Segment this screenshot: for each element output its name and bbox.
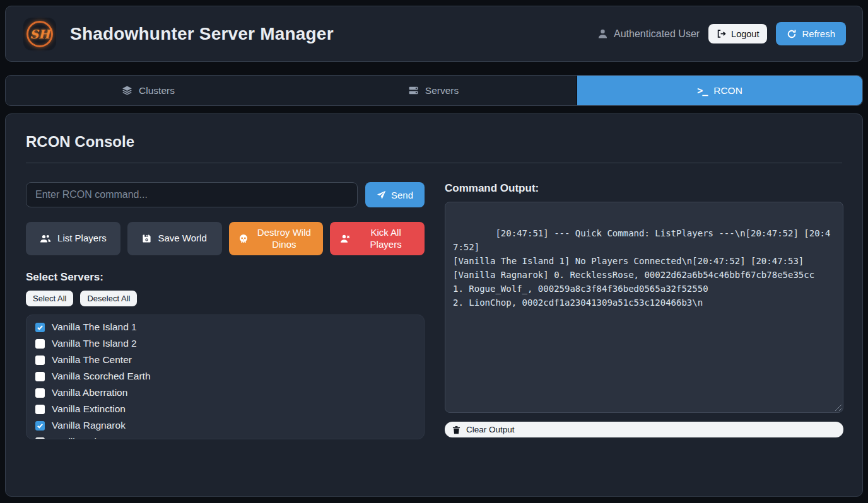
checkbox-unchecked[interactable]	[35, 356, 45, 365]
trash-icon	[452, 425, 460, 434]
refresh-button[interactable]: Refresh	[776, 22, 846, 45]
resize-handle[interactable]	[833, 403, 842, 411]
server-checkbox-item[interactable]: Vanilla Ragnarok	[35, 420, 415, 431]
logout-button[interactable]: Logout	[708, 24, 767, 43]
refresh-label: Refresh	[802, 28, 835, 39]
clear-output-label: Clear Output	[466, 425, 515, 434]
users-icon	[40, 234, 51, 244]
app-logo: SH	[23, 18, 56, 50]
server-name-label: Vanilla Aberration	[52, 387, 127, 398]
tab-clusters[interactable]: Clusters	[6, 76, 291, 105]
checkbox-checked[interactable]	[35, 323, 45, 332]
rcon-console-panel: RCON Console Send List Players Save Worl…	[5, 113, 863, 497]
layers-icon	[122, 85, 132, 96]
tab-rcon-label: RCON	[713, 85, 742, 96]
server-name-label: Vanilla Scorched Earth	[52, 371, 151, 382]
send-icon	[377, 190, 386, 200]
server-name-label: Vanilla The Island 2	[52, 338, 137, 349]
server-checkbox-item[interactable]: Vanilla Valguero	[35, 436, 415, 439]
console-output[interactable]: [20:47:51] --- Quick Command: ListPlayer…	[445, 202, 843, 413]
server-name-label: Vanilla The Center	[52, 354, 132, 366]
checkbox-checked[interactable]	[35, 421, 45, 431]
server-name-label: Vanilla Valguero	[52, 436, 122, 439]
check-icon	[37, 422, 44, 429]
rcon-console-title: RCON Console	[26, 133, 842, 151]
checkbox-unchecked[interactable]	[35, 405, 45, 414]
header-actions: Authenticated User Logout Refresh	[597, 22, 846, 45]
server-name-label: Vanilla Extinction	[52, 403, 126, 415]
refresh-icon	[787, 29, 797, 39]
logout-label: Logout	[731, 29, 759, 39]
server-checkbox-item[interactable]: Vanilla Aberration	[35, 387, 415, 398]
clear-output-button[interactable]: Clear Output	[445, 422, 843, 437]
terminal-icon: >_	[697, 85, 707, 96]
command-output-label: Command Output:	[445, 182, 843, 195]
user-info: Authenticated User	[597, 28, 700, 40]
server-checkbox-item[interactable]: Vanilla The Island 2	[35, 338, 415, 349]
tab-clusters-label: Clusters	[139, 85, 175, 96]
checkbox-unchecked[interactable]	[35, 388, 45, 398]
check-icon	[37, 324, 44, 331]
send-label: Send	[391, 190, 413, 200]
rcon-left-column: Send List Players Save World Destroy Wil…	[26, 182, 425, 439]
tab-servers-label: Servers	[425, 85, 459, 96]
server-checkbox-item[interactable]: Vanilla Scorched Earth	[35, 371, 415, 382]
tab-rcon[interactable]: >_ RCON	[576, 76, 862, 105]
kick-all-players-label: Kick All Players	[357, 227, 415, 251]
select-all-button[interactable]: Select All	[26, 291, 73, 306]
logo-flame-circle: SH	[26, 21, 53, 47]
list-players-label: List Players	[57, 233, 107, 245]
checkbox-unchecked[interactable]	[35, 339, 45, 349]
rcon-command-input[interactable]	[26, 182, 358, 207]
list-players-button[interactable]: List Players	[26, 222, 120, 255]
app-header: SH Shadowhunter Server Manager Authentic…	[5, 6, 863, 62]
user-icon	[597, 28, 608, 39]
main-tabbar: Clusters Servers >_ RCON	[5, 75, 863, 106]
kick-all-players-button[interactable]: Kick All Players	[330, 222, 425, 255]
server-checkbox-item[interactable]: Vanilla Extinction	[35, 403, 415, 415]
deselect-all-button[interactable]: Deselect All	[80, 291, 137, 306]
skull-icon	[238, 234, 249, 244]
server-checkbox-item[interactable]: Vanilla The Center	[35, 354, 415, 366]
save-world-label: Save World	[158, 233, 206, 245]
tab-servers[interactable]: Servers	[291, 76, 576, 105]
logout-icon	[717, 29, 726, 38]
server-name-label: Vanilla The Island 1	[52, 321, 137, 333]
destroy-wild-dinos-label: Destroy Wild Dinos	[255, 227, 313, 251]
select-servers-label: Select Servers:	[26, 271, 425, 284]
console-output-text: [20:47:51] --- Quick Command: ListPlayer…	[453, 228, 830, 308]
app-title: Shadowhunter Server Manager	[70, 24, 334, 44]
title-divider	[26, 163, 842, 163]
user-x-icon	[340, 234, 351, 244]
server-name-label: Vanilla Ragnarok	[52, 420, 126, 431]
destroy-wild-dinos-button[interactable]: Destroy Wild Dinos	[229, 222, 324, 255]
checkbox-unchecked[interactable]	[35, 372, 45, 381]
authenticated-user-label: Authenticated User	[614, 28, 700, 40]
server-checkbox-item[interactable]: Vanilla The Island 1	[35, 321, 415, 333]
save-icon	[142, 234, 151, 243]
checkbox-unchecked[interactable]	[35, 437, 45, 440]
save-world-button[interactable]: Save World	[127, 222, 222, 255]
server-icon	[408, 85, 419, 96]
server-list: Vanilla The Island 1Vanilla The Island 2…	[26, 315, 425, 439]
logo-text: SH	[30, 27, 50, 41]
rcon-right-column: Command Output: [20:47:51] --- Quick Com…	[445, 182, 843, 439]
send-button[interactable]: Send	[365, 182, 425, 207]
